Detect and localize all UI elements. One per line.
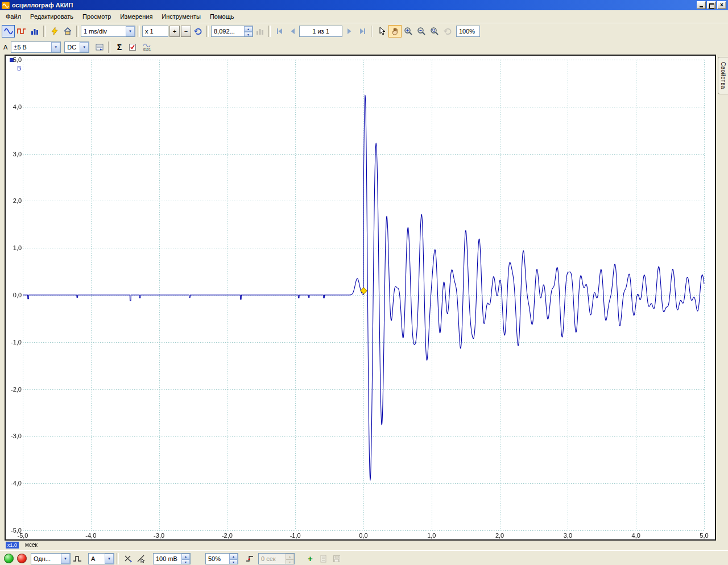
spectrum-view-button[interactable] — [28, 25, 41, 38]
toolbar-separator — [43, 26, 46, 37]
trigger-source-select[interactable]: A ▼ — [88, 553, 114, 564]
report-disabled-button[interactable] — [317, 552, 330, 565]
menu-help[interactable]: Помощь — [205, 11, 239, 22]
home-button[interactable] — [61, 25, 74, 38]
undo-zoom-button[interactable] — [441, 25, 454, 38]
spin-down-button[interactable]: ▼ — [181, 559, 190, 564]
analog-view-button[interactable] — [2, 25, 15, 38]
waveform-canvas[interactable] — [6, 56, 715, 539]
close-button[interactable]: × — [717, 1, 726, 9]
sigma-icon: Σ — [117, 43, 122, 51]
trigger-level-value: 100 mB — [156, 555, 177, 562]
trigger-slope-icon — [245, 554, 254, 563]
voltage-range-select[interactable]: ±5 В ▼ — [11, 41, 61, 53]
x-scale-badge: x1.0 — [6, 542, 19, 549]
menu-edit[interactable]: Редактировать — [26, 11, 78, 22]
voltage-range-value: ±5 В — [14, 44, 27, 51]
horizontal-scale-display: x 1 — [142, 26, 168, 37]
x-tick-label: -1,0 — [284, 532, 307, 539]
trigger-slope-button[interactable] — [243, 552, 256, 565]
y-tick-label: 3,0 — [7, 151, 22, 157]
x-tick-label: 1,0 — [420, 532, 443, 539]
autoset-button[interactable] — [48, 25, 61, 38]
toolbar-separator — [206, 26, 209, 37]
spin-up-button[interactable]: ▲ — [229, 554, 238, 559]
menu-file[interactable]: Файл — [1, 11, 26, 22]
home-icon — [63, 27, 72, 36]
histogram-gray-icon — [255, 27, 264, 36]
chevron-down-icon[interactable]: ▼ — [61, 554, 70, 564]
timebase-value: 1 ms/div — [84, 28, 107, 35]
coupling-select[interactable]: DC ▼ — [64, 41, 89, 53]
record-button[interactable] — [15, 552, 28, 565]
offset-spinner[interactable]: 8,092... ▲ ▼ — [211, 26, 253, 37]
zoom-out-button[interactable] — [415, 25, 428, 38]
zoom-in-button[interactable] — [402, 25, 415, 38]
channel-list-button[interactable] — [93, 41, 106, 53]
first-page-button[interactable] — [273, 25, 286, 38]
acquisition-mode-select[interactable]: Одн... ▼ — [31, 553, 71, 564]
spin-down-button[interactable]: ▼ — [244, 32, 253, 37]
pretrigger-spinner[interactable]: 50% ▲ ▼ — [205, 553, 238, 564]
y-tick-label: -2,0 — [7, 386, 22, 393]
scale-up-button[interactable]: + — [169, 26, 180, 37]
checkbox-icon — [128, 43, 137, 52]
pan-tool-button[interactable] — [388, 25, 402, 38]
chevron-down-icon[interactable]: ▼ — [126, 26, 135, 36]
measure-check-button[interactable] — [126, 41, 139, 53]
menu-measurements[interactable]: Измерения — [115, 11, 157, 22]
window-title: осциллограф АКИП — [12, 2, 697, 9]
properties-tab-label: Свойства — [720, 62, 726, 89]
next-page-button[interactable] — [342, 25, 355, 38]
minimize-icon — [700, 6, 703, 7]
spin-up-button[interactable]: ▲ — [244, 26, 253, 32]
start-icon — [4, 554, 14, 563]
export-disabled-button[interactable] — [330, 552, 343, 565]
pulse-mode-button[interactable] — [71, 552, 84, 565]
y-tick-label: 1,0 — [7, 244, 22, 251]
x-tick-label: -2,0 — [216, 532, 238, 539]
x-tick-label: 0,0 — [352, 532, 375, 539]
waveform-plot[interactable]: В 5,04,03,02,01,00,0-1,0-2,0-3,0-4,0-5,0… — [5, 55, 716, 541]
add-measurement-button[interactable]: + — [304, 552, 317, 565]
cursor-x-button[interactable] — [121, 552, 134, 565]
chevron-down-icon[interactable]: ▼ — [105, 554, 114, 564]
spin-up-button[interactable]: ▲ — [181, 554, 190, 559]
x-tick-label: 4,0 — [624, 532, 647, 539]
zoom-selection-button[interactable] — [428, 25, 441, 38]
properties-tab[interactable]: Свойства — [718, 57, 728, 94]
square-view-button[interactable] — [15, 25, 28, 38]
last-page-button[interactable] — [355, 25, 369, 38]
cursor-pointer-button[interactable] — [134, 552, 147, 565]
x-tick-label: 2,0 — [489, 532, 511, 539]
timebase-select[interactable]: 1 ms/div ▼ — [81, 26, 135, 37]
undo-scale-button[interactable] — [191, 25, 204, 38]
chevron-down-icon[interactable]: ▼ — [51, 42, 60, 52]
menu-tools[interactable]: Инструменты — [157, 11, 205, 22]
start-button[interactable] — [2, 552, 15, 565]
minimize-button[interactable] — [697, 1, 706, 9]
spin-down-button[interactable]: ▼ — [229, 559, 238, 564]
menu-view[interactable]: Просмотр — [78, 11, 115, 22]
trigger-level-spinner[interactable]: 100 mB ▲ ▼ — [153, 553, 191, 564]
channel-list-icon — [95, 43, 104, 52]
first-page-icon — [275, 27, 284, 36]
app-icon — [2, 2, 10, 9]
sine-wave-icon — [4, 27, 13, 36]
logic-analyzer-button[interactable]: 0101 — [139, 41, 155, 53]
toolbar-separator — [76, 26, 78, 37]
prev-page-button[interactable] — [286, 25, 299, 38]
chevron-down-icon[interactable]: ▼ — [80, 42, 89, 52]
toolbar-separator — [268, 26, 271, 37]
plus-icon: + — [308, 554, 313, 563]
cursor-pointer-icon — [136, 554, 146, 563]
offset-value: 8,092... — [214, 28, 235, 35]
y-tick-label: 2,0 — [7, 197, 22, 204]
toolbar-separator — [138, 26, 140, 37]
restore-button[interactable] — [707, 1, 716, 9]
histogram-disabled-button[interactable] — [253, 25, 266, 38]
sum-button[interactable]: Σ — [113, 41, 126, 53]
channel-a-label: A — [2, 44, 11, 51]
scale-down-button[interactable]: − — [181, 26, 191, 37]
pointer-tool-button[interactable] — [375, 25, 388, 38]
